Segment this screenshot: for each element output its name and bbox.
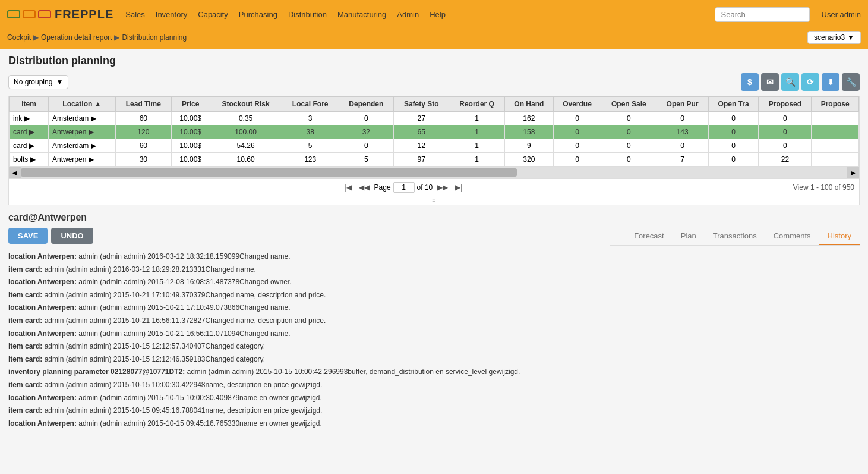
table-cell: 0 — [553, 112, 601, 125]
tab-forecast[interactable]: Forecast — [626, 228, 673, 245]
col-safety-sto[interactable]: Safety Sto — [394, 97, 449, 112]
last-page-btn[interactable]: ▶| — [453, 182, 465, 193]
detail-buttons: SAVE UNDO — [8, 228, 93, 244]
scenario-dropdown[interactable]: scenario3 ▼ — [807, 31, 861, 44]
nav-distribution[interactable]: Distribution — [288, 10, 327, 19]
table-cell: 5 — [339, 153, 393, 167]
nav-sales[interactable]: Sales — [125, 10, 145, 19]
toolbar-dollar-btn[interactable]: $ — [741, 73, 759, 91]
col-propose2[interactable]: Propose — [812, 97, 859, 112]
col-price[interactable]: Price — [171, 97, 210, 112]
table-row[interactable]: card ▶Amsterdam ▶6010.00$54.265012190000… — [10, 139, 859, 153]
col-dependen[interactable]: Dependen — [339, 97, 393, 112]
toolbar-message-btn[interactable]: ✉ — [761, 73, 779, 91]
nav-admin[interactable]: Admin — [397, 10, 419, 19]
detail-right: Forecast Plan Transactions Comments Hist… — [610, 228, 860, 250]
nav-manufacturing[interactable]: Manufacturing — [337, 10, 386, 19]
toolbar-settings-btn[interactable]: 🔧 — [842, 73, 860, 91]
table-row[interactable]: bolts ▶Antwerpen ▶3010.00$10.60123597132… — [10, 153, 859, 167]
logo-icon-orange — [23, 10, 36, 18]
col-local-fore[interactable]: Local Fore — [282, 97, 339, 112]
table-cell: 0 — [759, 112, 812, 125]
table-cell: 97 — [394, 153, 449, 167]
breadcrumb: Cockpit ▶ Operation detail report ▶ Dist… — [7, 33, 187, 42]
history-entry: item card: admin (admin admin) 2015-10-1… — [8, 404, 860, 418]
next-page-btn[interactable]: ▶▶ — [435, 182, 450, 193]
table-cell: 1 — [449, 139, 504, 153]
col-open-sale[interactable]: Open Sale — [601, 97, 656, 112]
tab-history[interactable]: History — [819, 228, 860, 245]
history-key: item card: — [8, 265, 42, 274]
nav-capacity[interactable]: Capacity — [198, 10, 228, 19]
first-page-btn[interactable]: |◀ — [342, 182, 353, 193]
table-cell: 0 — [601, 153, 656, 167]
nav-purchasing[interactable]: Purchasing — [239, 10, 277, 19]
history-entry: item card: admin (admin admin) 2016-03-1… — [8, 263, 860, 277]
table-cell — [812, 139, 859, 153]
table-cell: 162 — [504, 112, 553, 125]
table-cell: 10.00$ — [171, 139, 210, 153]
history-entry: location Antwerpen: admin (admin admin) … — [8, 418, 860, 431]
col-open-pur[interactable]: Open Pur — [656, 97, 708, 112]
table-row[interactable]: card ▶Antwerpen ▶12010.00$100.0038326511… — [10, 125, 859, 139]
col-lead-time[interactable]: Lead Time — [115, 97, 171, 112]
table-cell: 5 — [282, 139, 339, 153]
table-cell: 0 — [339, 112, 393, 125]
breadcrumb-cockpit[interactable]: Cockpit — [7, 33, 31, 42]
logo: FREPPLE — [7, 8, 113, 21]
nav-inventory[interactable]: Inventory — [156, 10, 187, 19]
scroll-left-btn[interactable]: ◀ — [9, 167, 21, 178]
table-cell: 0 — [601, 125, 656, 139]
h-scrollbar[interactable]: ◀ ▶ — [9, 167, 859, 178]
nav-help[interactable]: Help — [430, 10, 446, 19]
scroll-right-btn[interactable]: ▶ — [847, 167, 859, 178]
table-cell: bolts ▶ — [10, 153, 49, 167]
history-key: location Antwerpen: — [8, 419, 77, 428]
breadcrumb-bar: Cockpit ▶ Operation detail report ▶ Dist… — [0, 29, 868, 49]
logo-icon-green — [7, 10, 20, 18]
toolbar-download-btn[interactable]: ⬇ — [822, 73, 839, 91]
table-row[interactable]: ink ▶Amsterdam ▶6010.00$0.35302711620000… — [10, 112, 859, 125]
breadcrumb-operation-detail[interactable]: Operation detail report — [41, 33, 112, 42]
undo-button[interactable]: UNDO — [51, 228, 93, 244]
history-entry: item card: admin (admin admin) 2015-10-1… — [8, 353, 860, 366]
col-overdue[interactable]: Overdue — [553, 97, 601, 112]
table-cell: 60 — [115, 139, 171, 153]
history-key: location Antwerpen: — [8, 278, 77, 286]
table-cell: 22 — [759, 153, 812, 167]
page-number-input[interactable] — [393, 182, 415, 193]
history-log: location Antwerpen: admin (admin admin) … — [8, 250, 860, 430]
col-on-hand[interactable]: On Hand — [504, 97, 553, 112]
table-cell: 0 — [601, 139, 656, 153]
tab-comments[interactable]: Comments — [765, 228, 819, 245]
save-button[interactable]: SAVE — [8, 228, 48, 244]
table-cell: 0 — [759, 125, 812, 139]
grouping-select[interactable]: No grouping ▼ — [8, 75, 68, 89]
col-stockout-risk[interactable]: Stockout Risk — [210, 97, 282, 112]
history-entry: location Antwerpen: admin (admin admin) … — [8, 276, 860, 289]
tab-transactions[interactable]: Transactions — [705, 228, 765, 245]
table-cell: Amsterdam ▶ — [49, 139, 116, 153]
col-open-tra[interactable]: Open Tra — [708, 97, 759, 112]
page-label: Page — [374, 183, 391, 192]
col-proposed[interactable]: Proposed — [759, 97, 812, 112]
history-key: inventory planning parameter 02128077@10… — [8, 368, 185, 376]
toolbar-search-btn[interactable]: 🔍 — [781, 73, 799, 91]
table-cell — [812, 112, 859, 125]
tab-plan[interactable]: Plan — [673, 228, 705, 245]
search-input[interactable] — [715, 7, 810, 22]
col-reorder-q[interactable]: Reorder Q — [449, 97, 504, 112]
resize-handle[interactable]: ≡ — [9, 196, 859, 205]
table-cell: 120 — [115, 125, 171, 139]
col-location[interactable]: Location ▲ — [49, 97, 116, 112]
table-cell: 143 — [656, 125, 708, 139]
table-cell: 0 — [759, 139, 812, 153]
col-item[interactable]: Item — [10, 97, 49, 112]
table-cell: 0 — [708, 112, 759, 125]
prev-page-btn[interactable]: ◀◀ — [356, 182, 372, 193]
chevron-down-icon: ▼ — [847, 33, 854, 42]
toolbar-refresh-btn[interactable]: ⟳ — [801, 73, 819, 91]
history-key: item card: — [8, 316, 42, 325]
history-entry: location Antwerpen: admin (admin admin) … — [8, 302, 860, 315]
table-cell: 0 — [708, 125, 759, 139]
